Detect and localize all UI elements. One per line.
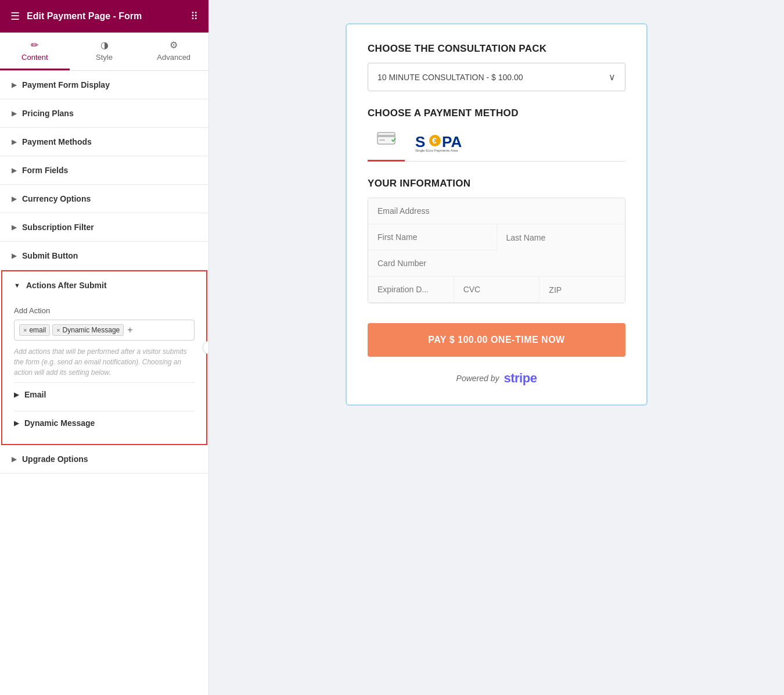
accordion-actions-after-submit-label: Actions After Submit bbox=[26, 281, 107, 290]
chevron-right-icon: ▶ bbox=[12, 456, 16, 463]
last-name-field[interactable] bbox=[497, 224, 625, 250]
page-title: Edit Payment Page - Form bbox=[27, 11, 142, 22]
submit-button[interactable]: PAY $ 100.00 ONE-TIME NOW bbox=[368, 323, 625, 357]
payment-method-title: CHOOSE A PAYMENT METHOD bbox=[368, 108, 625, 119]
chevron-right-icon: ▶ bbox=[12, 224, 16, 231]
plan-selected-text: 10 MINUTE CONSULTATION - $ 100.00 bbox=[377, 73, 523, 82]
card-number-field[interactable] bbox=[368, 250, 625, 277]
plan-dropdown[interactable]: 10 MINUTE CONSULTATION - $ 100.00 ∨ bbox=[368, 63, 625, 91]
tab-style-label: Style bbox=[96, 53, 113, 62]
accordion-pricing-plans-header[interactable]: ▶ Pricing Plans bbox=[0, 99, 208, 127]
tag-email-remove[interactable]: × bbox=[23, 327, 27, 334]
payment-tab-card[interactable] bbox=[368, 127, 405, 162]
accordion-submit-button-label: Submit Button bbox=[22, 251, 78, 260]
tab-content[interactable]: ✏ Content bbox=[0, 33, 70, 70]
chevron-right-icon: ▶ bbox=[14, 391, 19, 399]
info-section: YOUR INFORMATION bbox=[368, 178, 625, 303]
accordion-payment-methods-label: Payment Methods bbox=[22, 137, 92, 146]
action-tags-input[interactable]: × email × Dynamic Message + bbox=[14, 320, 195, 341]
hamburger-icon[interactable]: ☰ bbox=[10, 10, 20, 23]
first-name-field[interactable] bbox=[368, 224, 497, 250]
chevron-right-icon: ▶ bbox=[12, 81, 16, 89]
payment-tab-sepa[interactable]: S € PA Single Euro Payments Area bbox=[405, 127, 476, 162]
accordion-payment-form-display-header[interactable]: ▶ Payment Form Display bbox=[0, 71, 208, 99]
accordion-form-fields-label: Form Fields bbox=[22, 166, 68, 175]
tag-email[interactable]: × email bbox=[19, 324, 50, 336]
chevron-right-icon: ▶ bbox=[14, 420, 19, 427]
powered-by: Powered by stripe bbox=[368, 371, 625, 386]
tag-dynamic-message-label: Dynamic Message bbox=[63, 326, 120, 334]
chevron-right-icon: ▶ bbox=[12, 138, 16, 146]
actions-after-submit-content: Add Action × email × Dynamic Message + A… bbox=[2, 299, 206, 444]
accordion-payment-methods-header[interactable]: ▶ Payment Methods bbox=[0, 128, 208, 156]
tag-dynamic-message-remove[interactable]: × bbox=[56, 327, 60, 334]
tag-add-button[interactable]: + bbox=[126, 325, 134, 335]
accordion-payment-form-display: ▶ Payment Form Display bbox=[0, 71, 208, 99]
payment-tabs: S € PA Single Euro Payments Area bbox=[368, 127, 625, 162]
add-action-label: Add Action bbox=[14, 306, 195, 315]
svg-text:PA: PA bbox=[442, 133, 462, 151]
chevron-right-icon: ▶ bbox=[12, 252, 16, 260]
accordion-currency-options: ▶ Currency Options bbox=[0, 185, 208, 213]
chevron-right-icon: ▶ bbox=[12, 167, 16, 174]
sidebar-header: ☰ Edit Payment Page - Form ⠿ bbox=[0, 0, 208, 33]
info-title: YOUR INFORMATION bbox=[368, 178, 625, 189]
action-description: Add actions that will be performed after… bbox=[14, 346, 195, 378]
sub-accordion-dynamic-message-header[interactable]: ▶ Dynamic Message bbox=[14, 411, 195, 435]
accordion-payment-form-display-label: Payment Form Display bbox=[22, 80, 110, 89]
form-fields-container bbox=[368, 198, 625, 303]
tab-content-label: Content bbox=[21, 53, 48, 62]
sidebar: ☰ Edit Payment Page - Form ⠿ ✏ Content ◑… bbox=[0, 0, 209, 695]
accordion-submit-button: ▶ Submit Button bbox=[0, 242, 208, 270]
sub-accordion-email-header[interactable]: ▶ Email bbox=[14, 383, 195, 406]
chevron-down-icon: ▼ bbox=[14, 282, 20, 289]
sub-accordion-email-label: Email bbox=[24, 390, 46, 399]
cvc-field[interactable] bbox=[454, 277, 540, 303]
tab-style[interactable]: ◑ Style bbox=[70, 33, 139, 70]
tag-dynamic-message[interactable]: × Dynamic Message bbox=[52, 324, 124, 336]
sepa-logo: S € PA Single Euro Payments Area bbox=[414, 145, 466, 155]
expiration-field[interactable] bbox=[368, 277, 454, 303]
tab-advanced-label: Advanced bbox=[157, 53, 190, 62]
tab-advanced[interactable]: ⚙ Advanced bbox=[139, 33, 208, 70]
accordion-currency-options-label: Currency Options bbox=[22, 194, 91, 203]
content-icon: ✏ bbox=[31, 40, 38, 51]
email-field[interactable] bbox=[368, 198, 625, 224]
accordion-actions-after-submit-header[interactable]: ▼ Actions After Submit bbox=[2, 271, 206, 299]
chevron-down-icon: ∨ bbox=[609, 71, 616, 83]
chevron-right-icon: ▶ bbox=[12, 110, 16, 117]
accordion-actions-after-submit: ▼ Actions After Submit Add Action × emai… bbox=[1, 270, 207, 445]
sub-accordion-dynamic-message: ▶ Dynamic Message bbox=[14, 411, 195, 435]
svg-text:Single Euro Payments Area: Single Euro Payments Area bbox=[415, 149, 458, 152]
accordion-currency-options-header[interactable]: ▶ Currency Options bbox=[0, 185, 208, 213]
svg-rect-2 bbox=[379, 139, 385, 141]
accordion-form-fields-header[interactable]: ▶ Form Fields bbox=[0, 156, 208, 184]
accordion-payment-methods: ▶ Payment Methods bbox=[0, 128, 208, 156]
accordion-subscription-filter: ▶ Subscription Filter bbox=[0, 213, 208, 242]
style-icon: ◑ bbox=[100, 40, 109, 51]
svg-text:€: € bbox=[432, 136, 437, 145]
payment-form: CHOOSE THE CONSULTATION PACK 10 MINUTE C… bbox=[346, 23, 648, 406]
accordion-upgrade-options: ▶ Upgrade Options bbox=[0, 445, 208, 474]
zip-field[interactable] bbox=[540, 277, 625, 303]
main-content: CHOOSE THE CONSULTATION PACK 10 MINUTE C… bbox=[209, 0, 784, 695]
payment-method-section: CHOOSE A PAYMENT METHOD bbox=[368, 108, 625, 162]
accordion-form-fields: ▶ Form Fields bbox=[0, 156, 208, 185]
sidebar-tabs: ✏ Content ◑ Style ⚙ Advanced bbox=[0, 33, 208, 71]
sub-accordion-dynamic-message-label: Dynamic Message bbox=[24, 418, 95, 428]
tag-email-label: email bbox=[29, 326, 46, 334]
stripe-logo: stripe bbox=[504, 371, 537, 386]
grid-icon[interactable]: ⠿ bbox=[190, 10, 198, 23]
accordion-submit-button-header[interactable]: ▶ Submit Button bbox=[0, 242, 208, 270]
chevron-right-icon: ▶ bbox=[12, 195, 16, 203]
svg-text:S: S bbox=[415, 133, 425, 151]
svg-rect-1 bbox=[377, 135, 395, 137]
consultation-title: CHOOSE THE CONSULTATION PACK bbox=[368, 43, 625, 55]
accordion-upgrade-options-header[interactable]: ▶ Upgrade Options bbox=[0, 445, 208, 473]
accordion-upgrade-options-label: Upgrade Options bbox=[22, 454, 88, 464]
svg-rect-0 bbox=[377, 132, 395, 144]
card-icon bbox=[377, 133, 395, 148]
accordion-subscription-filter-header[interactable]: ▶ Subscription Filter bbox=[0, 213, 208, 241]
accordion-subscription-filter-label: Subscription Filter bbox=[22, 223, 94, 232]
powered-by-text: Powered by bbox=[456, 374, 499, 383]
